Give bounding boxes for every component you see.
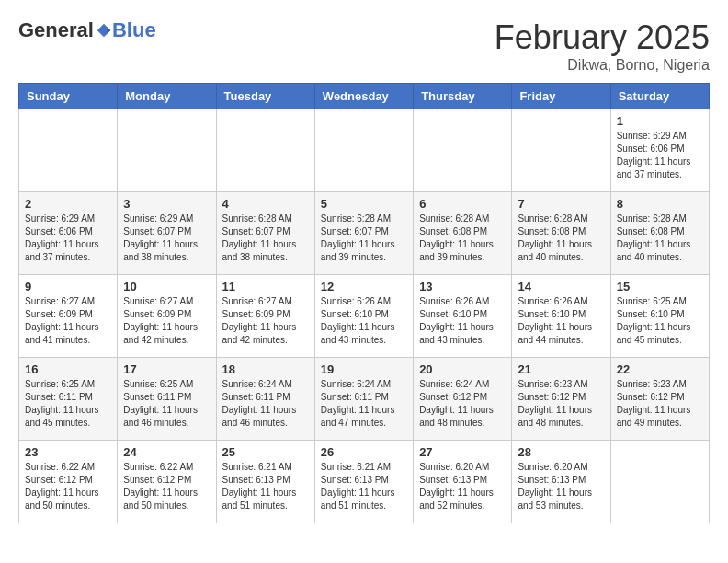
calendar-cell: 22Sunrise: 6:23 AM Sunset: 6:12 PM Dayli… — [610, 358, 709, 441]
calendar-cell — [118, 109, 216, 192]
calendar-cell: 26Sunrise: 6:21 AM Sunset: 6:13 PM Dayli… — [314, 441, 413, 523]
calendar-cell: 23Sunrise: 6:22 AM Sunset: 6:12 PM Dayli… — [19, 441, 118, 523]
month-title: February 2025 — [495, 18, 710, 57]
calendar-cell: 12Sunrise: 6:26 AM Sunset: 6:10 PM Dayli… — [314, 275, 413, 358]
calendar-cell: 21Sunrise: 6:23 AM Sunset: 6:12 PM Dayli… — [512, 358, 610, 441]
calendar-week-row: 1Sunrise: 6:29 AM Sunset: 6:06 PM Daylig… — [19, 109, 710, 192]
day-number: 9 — [25, 280, 111, 293]
day-number: 10 — [123, 280, 210, 293]
day-info: Sunrise: 6:26 AM Sunset: 6:10 PM Dayligh… — [321, 295, 407, 347]
day-info: Sunrise: 6:29 AM Sunset: 6:06 PM Dayligh… — [25, 213, 111, 264]
calendar-week-row: 23Sunrise: 6:22 AM Sunset: 6:12 PM Dayli… — [19, 441, 710, 523]
calendar-cell: 9Sunrise: 6:27 AM Sunset: 6:09 PM Daylig… — [19, 275, 118, 358]
weekday-header-row: SundayMondayTuesdayWednesdayThursdayFrid… — [19, 84, 710, 109]
logo-general-text: General — [18, 18, 94, 42]
day-number: 23 — [25, 445, 111, 459]
weekday-header-thursday: Thursday — [414, 84, 512, 109]
day-info: Sunrise: 6:28 AM Sunset: 6:07 PM Dayligh… — [222, 213, 309, 264]
weekday-header-tuesday: Tuesday — [216, 84, 314, 109]
day-info: Sunrise: 6:28 AM Sunset: 6:08 PM Dayligh… — [419, 213, 506, 264]
calendar-cell: 28Sunrise: 6:20 AM Sunset: 6:13 PM Dayli… — [512, 441, 610, 523]
calendar-cell: 5Sunrise: 6:28 AM Sunset: 6:07 PM Daylig… — [314, 192, 413, 275]
day-number: 21 — [518, 362, 604, 376]
day-info: Sunrise: 6:21 AM Sunset: 6:13 PM Dayligh… — [222, 461, 309, 512]
day-number: 2 — [25, 197, 111, 211]
page-header: General Blue February 2025 Dikwa, Borno,… — [18, 18, 710, 74]
day-info: Sunrise: 6:22 AM Sunset: 6:12 PM Dayligh… — [123, 461, 210, 512]
weekday-header-sunday: Sunday — [19, 84, 118, 109]
calendar-cell: 27Sunrise: 6:20 AM Sunset: 6:13 PM Dayli… — [414, 441, 512, 523]
calendar-cell — [19, 109, 118, 192]
day-info: Sunrise: 6:27 AM Sunset: 6:09 PM Dayligh… — [123, 295, 210, 347]
day-info: Sunrise: 6:26 AM Sunset: 6:10 PM Dayligh… — [419, 295, 506, 347]
weekday-header-wednesday: Wednesday — [314, 84, 413, 109]
day-info: Sunrise: 6:28 AM Sunset: 6:08 PM Dayligh… — [518, 213, 604, 264]
day-info: Sunrise: 6:29 AM Sunset: 6:07 PM Dayligh… — [123, 213, 210, 264]
weekday-header-monday: Monday — [118, 84, 216, 109]
calendar-cell: 18Sunrise: 6:24 AM Sunset: 6:11 PM Dayli… — [216, 358, 314, 441]
calendar-cell: 11Sunrise: 6:27 AM Sunset: 6:09 PM Dayli… — [216, 275, 314, 358]
day-number: 12 — [321, 280, 407, 293]
day-number: 22 — [617, 362, 703, 376]
calendar-cell — [610, 441, 709, 523]
weekday-header-saturday: Saturday — [610, 84, 709, 109]
calendar-cell: 25Sunrise: 6:21 AM Sunset: 6:13 PM Dayli… — [216, 441, 314, 523]
location: Dikwa, Borno, Nigeria — [495, 57, 710, 74]
calendar-cell: 13Sunrise: 6:26 AM Sunset: 6:10 PM Dayli… — [414, 275, 512, 358]
calendar-cell: 24Sunrise: 6:22 AM Sunset: 6:12 PM Dayli… — [118, 441, 216, 523]
logo-icon — [96, 22, 112, 39]
day-number: 11 — [222, 280, 309, 293]
calendar-cell: 14Sunrise: 6:26 AM Sunset: 6:10 PM Dayli… — [512, 275, 610, 358]
day-info: Sunrise: 6:23 AM Sunset: 6:12 PM Dayligh… — [617, 378, 703, 430]
day-info: Sunrise: 6:23 AM Sunset: 6:12 PM Dayligh… — [518, 378, 604, 430]
day-info: Sunrise: 6:25 AM Sunset: 6:11 PM Dayligh… — [123, 378, 210, 430]
day-number: 3 — [123, 197, 210, 211]
calendar-cell: 10Sunrise: 6:27 AM Sunset: 6:09 PM Dayli… — [118, 275, 216, 358]
day-info: Sunrise: 6:27 AM Sunset: 6:09 PM Dayligh… — [25, 295, 111, 347]
day-number: 6 — [419, 197, 506, 211]
svg-marker-1 — [108, 27, 111, 33]
calendar-cell: 6Sunrise: 6:28 AM Sunset: 6:08 PM Daylig… — [414, 192, 512, 275]
day-number: 20 — [419, 362, 506, 376]
day-number: 28 — [518, 445, 604, 459]
logo: General Blue — [18, 18, 156, 42]
day-info: Sunrise: 6:29 AM Sunset: 6:06 PM Dayligh… — [617, 130, 703, 181]
day-number: 1 — [617, 114, 703, 128]
day-number: 24 — [123, 445, 210, 459]
calendar-week-row: 2Sunrise: 6:29 AM Sunset: 6:06 PM Daylig… — [19, 192, 710, 275]
calendar-cell — [414, 109, 512, 192]
logo-blue-text: Blue — [112, 18, 156, 42]
day-number: 25 — [222, 445, 309, 459]
day-number: 19 — [321, 362, 407, 376]
day-number: 4 — [222, 197, 309, 211]
day-number: 8 — [617, 197, 703, 211]
day-number: 27 — [419, 445, 506, 459]
day-info: Sunrise: 6:28 AM Sunset: 6:08 PM Dayligh… — [617, 213, 703, 264]
title-section: February 2025 Dikwa, Borno, Nigeria — [495, 18, 710, 74]
day-info: Sunrise: 6:28 AM Sunset: 6:07 PM Dayligh… — [321, 213, 407, 264]
day-number: 16 — [25, 362, 111, 376]
day-info: Sunrise: 6:21 AM Sunset: 6:13 PM Dayligh… — [321, 461, 407, 512]
weekday-header-friday: Friday — [512, 84, 610, 109]
day-number: 7 — [518, 197, 604, 211]
day-number: 15 — [617, 280, 703, 293]
day-info: Sunrise: 6:25 AM Sunset: 6:10 PM Dayligh… — [617, 295, 703, 347]
day-number: 26 — [321, 445, 407, 459]
day-number: 17 — [123, 362, 210, 376]
calendar-cell — [314, 109, 413, 192]
calendar-cell: 20Sunrise: 6:24 AM Sunset: 6:12 PM Dayli… — [414, 358, 512, 441]
calendar-cell: 2Sunrise: 6:29 AM Sunset: 6:06 PM Daylig… — [19, 192, 118, 275]
day-info: Sunrise: 6:24 AM Sunset: 6:11 PM Dayligh… — [321, 378, 407, 430]
day-info: Sunrise: 6:24 AM Sunset: 6:11 PM Dayligh… — [222, 378, 309, 430]
day-number: 14 — [518, 280, 604, 293]
calendar-cell — [512, 109, 610, 192]
day-info: Sunrise: 6:26 AM Sunset: 6:10 PM Dayligh… — [518, 295, 604, 347]
calendar-table: SundayMondayTuesdayWednesdayThursdayFrid… — [18, 83, 710, 523]
calendar-cell: 16Sunrise: 6:25 AM Sunset: 6:11 PM Dayli… — [19, 358, 118, 441]
calendar-cell: 17Sunrise: 6:25 AM Sunset: 6:11 PM Dayli… — [118, 358, 216, 441]
calendar-cell: 4Sunrise: 6:28 AM Sunset: 6:07 PM Daylig… — [216, 192, 314, 275]
day-number: 13 — [419, 280, 506, 293]
day-info: Sunrise: 6:25 AM Sunset: 6:11 PM Dayligh… — [25, 378, 111, 430]
day-info: Sunrise: 6:27 AM Sunset: 6:09 PM Dayligh… — [222, 295, 309, 347]
calendar-cell — [216, 109, 314, 192]
